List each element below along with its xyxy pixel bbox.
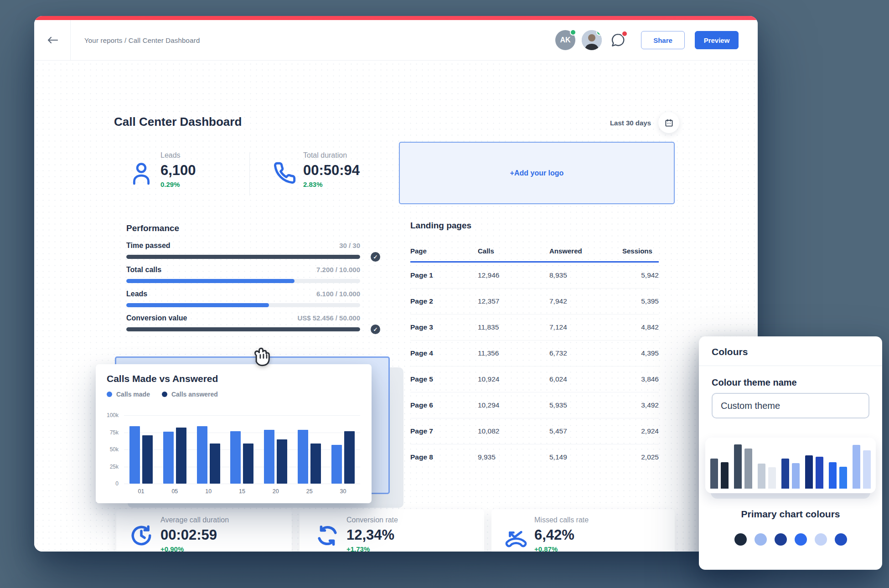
- avatar-photo[interactable]: [582, 30, 602, 50]
- table-cell: 2,924: [622, 418, 659, 444]
- comments-button[interactable]: [608, 30, 628, 50]
- y-axis-label: 75k: [98, 429, 119, 436]
- colour-swatch[interactable]: [795, 533, 807, 546]
- kpi-label: Leads: [160, 151, 181, 160]
- metric-label: Total calls: [126, 266, 161, 274]
- performance-row: Conversion valueUS$ 52.456 / 50.000✓: [126, 314, 360, 331]
- theme-name-input[interactable]: [712, 393, 869, 418]
- colour-swatch[interactable]: [835, 533, 847, 546]
- table-row: Page 710,0825,4572,924: [410, 418, 659, 444]
- breadcrumb: Your reports / Call Center Dashboard: [84, 36, 200, 44]
- bar-group: 01: [129, 415, 153, 484]
- kpi-leads: Leads 6,100 0.29%: [130, 151, 248, 197]
- calendar-icon: [665, 119, 673, 127]
- column-header: Page: [410, 242, 478, 262]
- table-cell: Page 4: [410, 340, 478, 366]
- back-button[interactable]: [34, 20, 71, 60]
- x-axis-label: 01: [138, 488, 145, 495]
- y-axis-label: 100k: [98, 412, 119, 418]
- preview-bar: [839, 467, 847, 489]
- add-logo-dropzone[interactable]: +Add your logo: [399, 142, 675, 204]
- metric-value: 6.100 / 10.000: [316, 290, 360, 298]
- window-accent-strip: [34, 16, 758, 20]
- kpi-value: 00:50:94: [303, 162, 360, 179]
- preview-bar: [816, 457, 823, 489]
- app-window: Your reports / Call Center Dashboard AK: [34, 16, 758, 552]
- avatar-ak[interactable]: AK: [555, 30, 575, 50]
- colour-swatch[interactable]: [734, 533, 747, 546]
- performance-row-head: Total calls7.200 / 10.000: [126, 266, 360, 274]
- progress-fill: [126, 303, 269, 307]
- chart-bar: [310, 444, 321, 484]
- chart-bar: [129, 426, 140, 484]
- kpi-value: 00:02:59: [160, 527, 217, 543]
- metric-value: 7.200 / 10.000: [316, 266, 360, 273]
- table-cell: 4,842: [622, 315, 659, 340]
- table-cell: 3,492: [622, 392, 659, 418]
- table-header-row: PageCallsAnsweredSessions: [410, 242, 659, 262]
- preview-bar: [758, 464, 765, 489]
- progress-track: [126, 279, 360, 283]
- x-axis-label: 05: [171, 488, 178, 495]
- table-cell: 5,942: [622, 262, 659, 289]
- kpi-value: 12,34%: [346, 527, 394, 543]
- x-axis-label: 15: [239, 488, 245, 495]
- chart-bar: [210, 444, 220, 484]
- table-cell: Page 2: [410, 289, 478, 315]
- chart-bar: [264, 430, 274, 484]
- metric-label: Leads: [126, 290, 147, 298]
- kpi-delta: +0.90%: [160, 545, 184, 552]
- gridline: [124, 484, 360, 484]
- table-row: Page 610,2945,9353,492: [410, 392, 659, 418]
- theme-name-label: Colour theme name: [712, 377, 797, 388]
- legend-label: Calls answered: [171, 391, 218, 398]
- table-cell: 3,846: [622, 366, 659, 392]
- avatar-initials: AK: [560, 36, 570, 44]
- table-cell: 8,935: [549, 262, 622, 289]
- colour-swatch[interactable]: [775, 533, 787, 546]
- refresh-icon: [316, 524, 339, 547]
- preview-bar: [781, 459, 789, 489]
- table-cell: 6,732: [549, 340, 622, 366]
- preview-button[interactable]: Preview: [695, 31, 739, 49]
- colour-swatch[interactable]: [815, 533, 827, 546]
- calendar-button[interactable]: [658, 112, 679, 133]
- table-cell: 4,395: [622, 340, 659, 366]
- metric-label: Time passed: [126, 242, 171, 250]
- progress-fill: [126, 279, 295, 283]
- bar-group: 30: [331, 415, 355, 484]
- online-status-dot: [596, 30, 602, 36]
- legend-label: Calls made: [116, 391, 150, 398]
- chart-legend: Calls madeCalls answered: [107, 391, 218, 398]
- bar-group: 20: [264, 415, 287, 484]
- add-logo-label: +Add your logo: [510, 169, 564, 177]
- goal-check-icon: ✓: [371, 325, 380, 334]
- chart-bar: [230, 431, 241, 484]
- chart-bar: [163, 432, 174, 484]
- kpi-label: Total duration: [303, 151, 347, 160]
- share-button[interactable]: Share: [641, 31, 685, 49]
- chart-plot-area: 025k50k75k100k 01051015202530: [124, 415, 360, 484]
- divider: [699, 366, 882, 366]
- preview-bar: [863, 450, 871, 489]
- table-cell: Page 3: [410, 315, 478, 340]
- preview-bar: [805, 455, 813, 489]
- notification-dot: [621, 31, 628, 37]
- chart-bar: [344, 431, 355, 484]
- table-cell: 10,294: [478, 392, 549, 418]
- chart-title: Calls Made vs Answered: [107, 373, 218, 384]
- table-cell: Page 5: [410, 366, 478, 392]
- progress-fill: [126, 255, 360, 259]
- preview-bar: [768, 467, 776, 489]
- calls-chart-card[interactable]: Calls Made vs Answered Calls madeCalls a…: [96, 364, 372, 503]
- legend-dot-icon: [162, 392, 167, 397]
- legend-item: Calls made: [107, 391, 150, 398]
- kpi-label: Conversion rate: [346, 516, 398, 524]
- preview-bar: [744, 449, 752, 489]
- table-cell: 12,946: [478, 262, 549, 289]
- missed-call-icon: [504, 522, 528, 548]
- y-axis-label: 50k: [98, 446, 119, 453]
- x-axis-label: 20: [273, 488, 279, 495]
- table-cell: 11,356: [478, 340, 549, 366]
- colour-swatch[interactable]: [755, 533, 767, 546]
